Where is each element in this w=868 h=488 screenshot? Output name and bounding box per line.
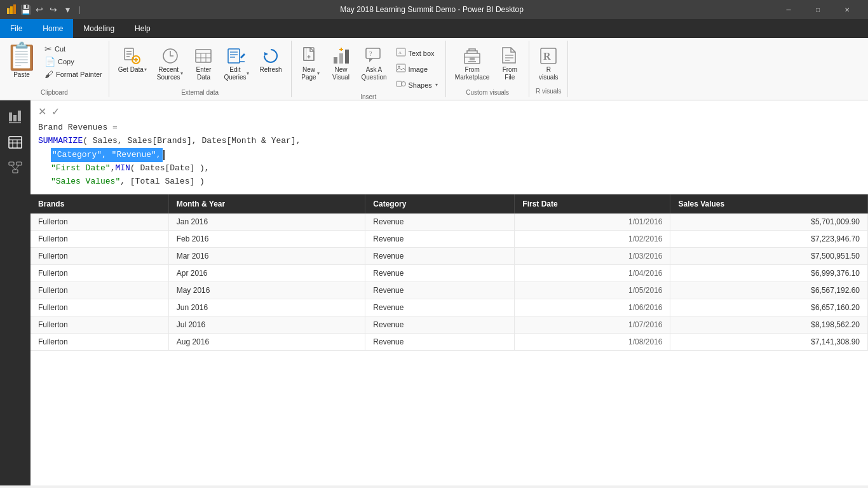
- svg-rect-40: [397, 81, 402, 86]
- maximize-button[interactable]: □: [803, 0, 832, 19]
- text-cursor: [163, 150, 165, 160]
- svg-marker-20: [240, 53, 245, 58]
- save-icon[interactable]: 💾: [20, 4, 31, 15]
- insert-group: NewPage▾ NewVisual ?: [292, 41, 446, 97]
- close-button[interactable]: ✕: [832, 0, 862, 19]
- table-row: Fullerton Mar 2016 Revenue 1/03/2016 $7,…: [31, 247, 868, 264]
- report-view-icon[interactable]: [4, 105, 27, 128]
- svg-rect-16: [228, 49, 240, 63]
- redo-icon[interactable]: ↪: [48, 4, 58, 15]
- svg-rect-61: [9, 162, 14, 165]
- new-page-button[interactable]: NewPage▾: [297, 43, 325, 84]
- title-bar: 💾 ↩ ↪ ▾ | May 2018 Learning Summit Demo …: [0, 0, 868, 19]
- svg-text:R: R: [543, 51, 551, 62]
- app-icon: [6, 4, 17, 15]
- ribbon: 📋 Paste ✂ Cut 📄 Copy 🖌 Format Painter Cl…: [0, 38, 868, 100]
- cell-month-year: May 2016: [168, 281, 365, 299]
- svg-rect-1: [10, 6, 13, 14]
- get-data-button[interactable]: Get Data ▾: [114, 43, 151, 76]
- menu-bar: File Home Modeling Help: [0, 19, 868, 38]
- cut-button[interactable]: ✂ Cut: [43, 43, 104, 55]
- menu-home[interactable]: Home: [32, 19, 73, 38]
- formula-cancel-button[interactable]: ✕: [38, 105, 46, 118]
- svg-rect-62: [17, 162, 22, 165]
- paste-button[interactable]: 📋 Paste: [5, 43, 38, 78]
- shapes-button[interactable]: Shapes ▾: [393, 78, 440, 92]
- svg-text:?: ?: [369, 50, 372, 57]
- customize-icon[interactable]: ▾: [62, 4, 72, 15]
- svg-rect-52: [9, 112, 12, 121]
- r-scripts-button[interactable]: R Rvisuals: [534, 43, 562, 84]
- cell-brand: Fullerton: [31, 333, 168, 350]
- ask-question-button[interactable]: ? Ask AQuestion: [358, 43, 391, 84]
- undo-icon[interactable]: ↩: [34, 4, 44, 15]
- from-file-button[interactable]: FromFile: [496, 43, 524, 84]
- cell-sales-values: $7,500,951.50: [670, 247, 868, 264]
- cell-month-year: Jun 2016: [168, 299, 365, 316]
- formula-line-4: "First Date", MIN( Dates[Date] ),: [38, 162, 860, 175]
- formula-confirm-button[interactable]: ✓: [51, 105, 60, 118]
- table-row: Fullerton Aug 2016 Revenue 1/08/2016 $7,…: [31, 333, 868, 350]
- cell-brand: Fullerton: [31, 230, 168, 247]
- cell-category: Revenue: [365, 333, 515, 350]
- format-painter-button[interactable]: 🖌 Format Painter: [43, 69, 104, 80]
- cell-first-date: 1/02/2016: [515, 230, 670, 247]
- copy-button[interactable]: 📄 Copy: [43, 56, 104, 67]
- formula-editor[interactable]: Brand Revenues = SUMMARIZE( Sales, Sales…: [38, 121, 860, 189]
- svg-rect-44: [470, 57, 475, 60]
- image-button[interactable]: Image: [393, 62, 440, 76]
- svg-marker-22: [264, 52, 268, 56]
- data-table-container: Brands Month & Year Category First Date …: [31, 194, 868, 485]
- enter-data-button[interactable]: EnterData: [189, 43, 217, 84]
- table-row: Fullerton May 2016 Revenue 1/05/2016 $6,…: [31, 281, 868, 299]
- from-marketplace-button[interactable]: FromMarketplace: [451, 43, 493, 84]
- refresh-button[interactable]: Refresh: [255, 43, 285, 76]
- cell-category: Revenue: [365, 281, 515, 299]
- menu-help[interactable]: Help: [125, 19, 161, 38]
- svg-rect-56: [9, 137, 22, 148]
- cell-sales-values: $6,999,376.10: [670, 264, 868, 281]
- cell-category: Revenue: [365, 264, 515, 281]
- main-layout: ✕ ✓ Brand Revenues = SUMMARIZE( Sales, S…: [0, 100, 868, 485]
- cell-first-date: 1/07/2016: [515, 316, 670, 333]
- svg-rect-63: [13, 170, 18, 173]
- recent-sources-button[interactable]: RecentSources ▾: [153, 43, 187, 84]
- cell-category: Revenue: [365, 230, 515, 247]
- col-first-date: First Date: [515, 194, 670, 214]
- cell-first-date: 1/03/2016: [515, 247, 670, 264]
- menu-modeling[interactable]: Modeling: [73, 19, 125, 38]
- shapes-label: Shapes: [409, 81, 432, 89]
- formula-line-1: Brand Revenues =: [38, 121, 860, 135]
- cell-brand: Fullerton: [31, 247, 168, 264]
- cell-first-date: 1/01/2016: [515, 214, 670, 231]
- svg-rect-53: [13, 115, 17, 121]
- cell-sales-values: $6,567,192.60: [670, 281, 868, 299]
- svg-point-41: [401, 82, 405, 86]
- minimize-button[interactable]: ─: [774, 0, 803, 19]
- text-box-label: Text box: [409, 50, 435, 57]
- col-category: Category: [365, 194, 515, 214]
- cell-month-year: Apr 2016: [168, 264, 365, 281]
- cell-month-year: Jul 2016: [168, 316, 365, 333]
- svg-line-64: [11, 165, 15, 170]
- cell-month-year: Aug 2016: [168, 333, 365, 350]
- text-box-button[interactable]: A Text box: [393, 46, 440, 60]
- svg-rect-54: [18, 111, 21, 121]
- data-view-icon[interactable]: [4, 131, 27, 154]
- svg-rect-30: [345, 50, 349, 64]
- svg-rect-28: [334, 57, 337, 64]
- r-visuals-label: R visuals: [534, 88, 562, 95]
- cell-category: Revenue: [365, 299, 515, 316]
- table-header-row: Brands Month & Year Category First Date …: [31, 194, 868, 214]
- insert-label: Insert: [297, 93, 440, 100]
- model-view-icon[interactable]: [4, 156, 27, 179]
- menu-file[interactable]: File: [0, 19, 32, 38]
- data-table: Brands Month & Year Category First Date …: [31, 194, 868, 351]
- custom-visuals-group: FromMarketplace FromFile Custom visuals: [446, 41, 529, 97]
- cell-category: Revenue: [365, 316, 515, 333]
- external-data-group: Get Data ▾ RecentSources ▾: [109, 41, 292, 97]
- clipboard-label: Clipboard: [5, 89, 104, 96]
- custom-visuals-label: Custom visuals: [451, 89, 524, 96]
- edit-queries-button[interactable]: EditQueries ▾: [220, 43, 253, 84]
- new-visual-button[interactable]: NewVisual: [327, 43, 355, 84]
